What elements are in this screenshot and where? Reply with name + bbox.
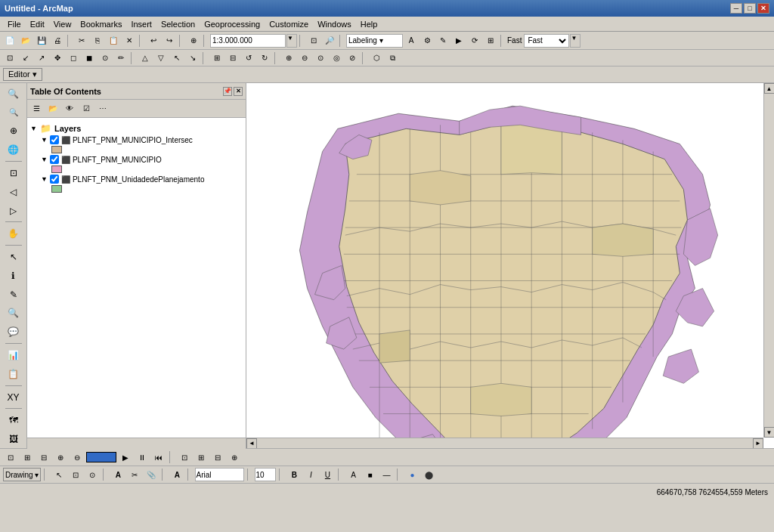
bb1-btn11[interactable]: ⊟ [210,450,225,465]
delete-button[interactable]: ✕ [122,33,137,48]
bb1-btn7[interactable]: ⏸ [135,450,150,465]
menu-edit[interactable]: Edit [26,19,49,29]
bb1-btn1[interactable]: ⊡ [3,450,18,465]
bg-color-btn[interactable]: ■ [362,467,377,482]
bb1-btn4[interactable]: ⊕ [53,450,68,465]
minimize-button[interactable]: ─ [730,3,742,14]
globe-button[interactable]: 🌐 [4,141,23,159]
toc-vis-button[interactable]: 👁 [62,102,77,116]
bb1-btn12[interactable]: ⊕ [227,450,242,465]
pan-button[interactable]: ✋ [4,224,23,243]
menu-bookmarks[interactable]: Bookmarks [76,19,126,29]
layer-checkbox-1[interactable] [50,135,59,144]
map-scrollbar-right[interactable]: ▲ ▼ [763,83,774,438]
t2-btn2[interactable]: ↙ [18,51,33,66]
map-docs-button[interactable]: 🗺 [4,411,23,429]
toc-source-button[interactable]: 📂 [45,102,60,116]
toc-group-header[interactable]: ▼ 📁 Layers [30,122,243,135]
report-button[interactable]: 📋 [4,365,23,383]
close-button[interactable]: ✕ [757,3,769,14]
search-button[interactable]: 🔍 [4,305,23,323]
drawing-dropdown[interactable]: Drawing ▾ [3,468,41,481]
scroll-right-arrow[interactable]: ► [753,438,763,449]
toc-scrollbar-x[interactable] [27,438,246,448]
layer-checkbox-2[interactable] [50,155,59,164]
t2-btn11[interactable]: ↖ [169,51,184,66]
map-area[interactable]: ▲ ▼ ◄ ► [246,83,774,448]
bb1-btn8[interactable]: ⏮ [151,450,166,465]
underline-button[interactable]: U [320,467,335,482]
scale-input[interactable] [210,34,286,48]
bb2-tool4[interactable]: 📎 [144,467,159,482]
toc-list-button[interactable]: ☰ [29,102,44,116]
fwd-extent-button[interactable]: ▷ [4,202,23,220]
bb1-btn3[interactable]: ⊟ [36,450,51,465]
bb1-btn9[interactable]: ⊡ [177,450,192,465]
select-arrow-button[interactable]: ↖ [4,248,23,266]
paste-button[interactable]: 📋 [106,33,121,48]
toc-options-button[interactable]: ⋯ [95,102,110,116]
print-button[interactable]: 🖨 [50,33,65,48]
scale-dropdown[interactable]: ▼ [286,34,297,48]
toc-close-button[interactable]: ✕ [234,87,243,96]
tb-tool3[interactable]: ✎ [435,33,450,48]
bb2-tool2[interactable]: ⊙ [85,467,100,482]
zoom-fixed-button[interactable]: ⊕ [4,122,23,141]
redo-button[interactable]: ↪ [162,33,177,48]
undo-button[interactable]: ↩ [146,33,161,48]
chart-button[interactable]: 📊 [4,346,23,364]
t2-btn19[interactable]: ⊙ [313,51,328,66]
map-frame-button[interactable]: 🖼 [4,430,23,448]
identify-button[interactable]: 🔎 [322,33,337,48]
menu-insert[interactable]: Insert [126,19,156,29]
bb2-select[interactable]: ↖ [51,467,67,482]
t2-btn7[interactable]: ⊙ [98,51,113,66]
fast-arrow[interactable]: ▼ [570,34,580,48]
tb-tool5[interactable]: ⟳ [467,33,482,48]
copy-button[interactable]: ⎘ [90,33,105,48]
full-extent-button[interactable]: ⊡ [4,164,23,182]
open-button[interactable]: 📂 [18,33,33,48]
t2-btn23[interactable]: ⧉ [385,51,400,66]
zoom-in-button[interactable]: 🔍 [4,85,23,103]
bb2-text-btn[interactable]: A [110,467,125,482]
scroll-left-arrow[interactable]: ◄ [246,438,257,449]
menu-selection[interactable]: Selection [156,19,200,29]
menu-customize[interactable]: Customize [265,19,313,29]
t2-btn4[interactable]: ✥ [50,51,65,66]
font-color-btn[interactable]: A [345,467,361,482]
t2-btn12[interactable]: ↘ [185,51,200,66]
bb1-btn2[interactable]: ⊞ [20,450,35,465]
line-color-btn[interactable]: — [379,467,394,482]
toc-pin-button[interactable]: 📌 [223,87,232,96]
bb1-btn5[interactable]: ⊖ [70,450,85,465]
t2-btn15[interactable]: ↺ [241,51,256,66]
t2-btn8[interactable]: ✏ [113,51,128,66]
t2-btn3[interactable]: ↗ [34,51,49,66]
bb1-btn6[interactable]: ▶ [118,450,133,465]
zoom-out-button[interactable]: 🔍 [4,104,23,122]
t2-btn16[interactable]: ↻ [257,51,272,66]
fill-color-btn[interactable]: ● [404,467,420,482]
scroll-down-arrow[interactable]: ▼ [764,427,775,438]
tb-tool1[interactable]: A [404,33,419,48]
font-input[interactable] [195,468,244,481]
t2-btn17[interactable]: ⊕ [281,51,296,66]
tb-tool4[interactable]: ▶ [451,33,466,48]
menu-help[interactable]: Help [356,19,382,29]
map-scrollbar-bottom[interactable]: ◄ ► [246,438,763,448]
tb-tool2[interactable]: ⚙ [420,33,435,48]
menu-windows[interactable]: Windows [313,19,356,29]
labeling-select[interactable]: Labeling ▾ [346,34,403,48]
t2-btn14[interactable]: ⊟ [225,51,240,66]
bb2-tool3[interactable]: ✂ [127,467,142,482]
tb-tool6[interactable]: ⊞ [483,33,498,48]
bold-button[interactable]: B [286,467,302,482]
layer-checkbox-3[interactable] [50,175,59,184]
map-tips-button[interactable]: 💬 [4,323,23,341]
back-extent-button[interactable]: ◁ [4,183,23,201]
save-button[interactable]: 💾 [34,33,49,48]
italic-button[interactable]: I [303,467,318,482]
toc-select-button[interactable]: ☑ [79,102,94,116]
t2-btn21[interactable]: ⊘ [345,51,360,66]
